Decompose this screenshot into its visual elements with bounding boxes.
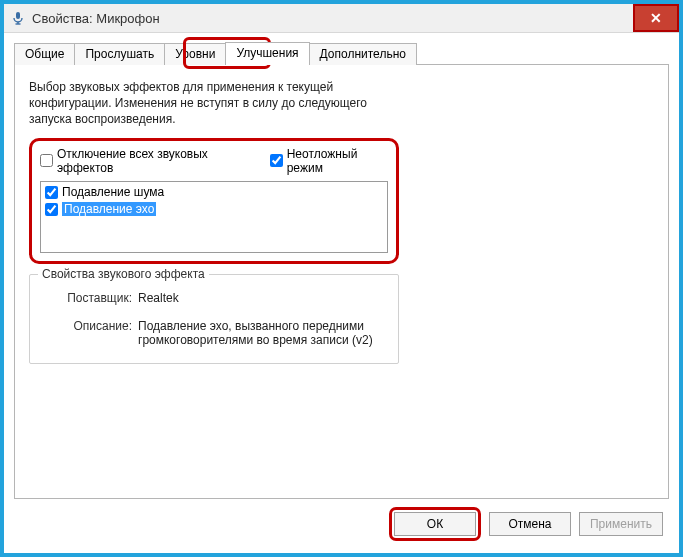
- description-value: Подавление эхо, вызванного передними гро…: [138, 319, 386, 347]
- effect-item-noise-suppression[interactable]: Подавление шума: [43, 184, 385, 201]
- urgent-mode-label: Неотложный режим: [287, 147, 388, 175]
- effects-top-options: Отключение всех звуковых эффектов Неотло…: [40, 147, 388, 175]
- effect-checkbox[interactable]: [45, 186, 58, 199]
- close-button[interactable]: ✕: [633, 4, 679, 32]
- apply-button[interactable]: Применить: [579, 512, 663, 536]
- description-label: Описание:: [42, 319, 138, 347]
- effect-label: Подавление эхо: [62, 202, 156, 216]
- effect-properties-group: Свойства звукового эффекта Поставщик: Re…: [29, 274, 399, 364]
- highlight-ok-button: ОК: [389, 507, 481, 541]
- tab-label: Прослушать: [85, 47, 154, 61]
- disable-all-effects-input[interactable]: [40, 154, 53, 167]
- urgent-mode-checkbox[interactable]: Неотложный режим: [270, 147, 388, 175]
- description-row: Описание: Подавление эхо, вызванного пер…: [42, 319, 386, 347]
- tab-advanced[interactable]: Дополнительно: [309, 43, 417, 65]
- disable-all-effects-label: Отключение всех звуковых эффектов: [57, 147, 252, 175]
- effects-highlight-block: Отключение всех звуковых эффектов Неотло…: [29, 138, 399, 264]
- tab-label: Дополнительно: [320, 47, 406, 61]
- tab-label: Общие: [25, 47, 64, 61]
- effect-item-echo-cancellation[interactable]: Подавление эхо: [43, 201, 385, 218]
- vendor-value: Realtek: [138, 291, 386, 305]
- urgent-mode-input[interactable]: [270, 154, 283, 167]
- client-area: Общие Прослушать Уровни Улучшения Дополн…: [4, 33, 679, 553]
- tab-label: Улучшения: [236, 46, 298, 60]
- effects-list[interactable]: Подавление шума Подавление эхо: [40, 181, 388, 253]
- tab-general[interactable]: Общие: [14, 43, 75, 65]
- tab-strip: Общие Прослушать Уровни Улучшения Дополн…: [14, 41, 669, 64]
- tab-listen[interactable]: Прослушать: [74, 43, 165, 65]
- tab-levels[interactable]: Уровни: [164, 43, 226, 65]
- vendor-row: Поставщик: Realtek: [42, 291, 386, 305]
- vendor-label: Поставщик:: [42, 291, 138, 305]
- tab-enhancements[interactable]: Улучшения: [225, 42, 309, 65]
- titlebar: Свойства: Микрофон ✕: [4, 4, 679, 33]
- disable-all-effects-checkbox[interactable]: Отключение всех звуковых эффектов: [40, 147, 252, 175]
- effect-label: Подавление шума: [62, 185, 164, 199]
- cancel-button[interactable]: Отмена: [489, 512, 571, 536]
- close-icon: ✕: [650, 10, 662, 26]
- microphone-icon: [10, 10, 26, 26]
- ok-button[interactable]: ОК: [394, 512, 476, 536]
- panel-description: Выбор звуковых эффектов для применения к…: [29, 79, 409, 128]
- tab-panel-enhancements: Выбор звуковых эффектов для применения к…: [14, 64, 669, 499]
- svg-rect-0: [16, 12, 20, 19]
- window-title: Свойства: Микрофон: [32, 11, 160, 26]
- tab-label: Уровни: [175, 47, 215, 61]
- dialog-buttons: ОК Отмена Применить: [14, 499, 669, 545]
- properties-window: Свойства: Микрофон ✕ Общие Прослушать Ур…: [0, 0, 683, 557]
- effect-checkbox[interactable]: [45, 203, 58, 216]
- group-title: Свойства звукового эффекта: [38, 267, 209, 281]
